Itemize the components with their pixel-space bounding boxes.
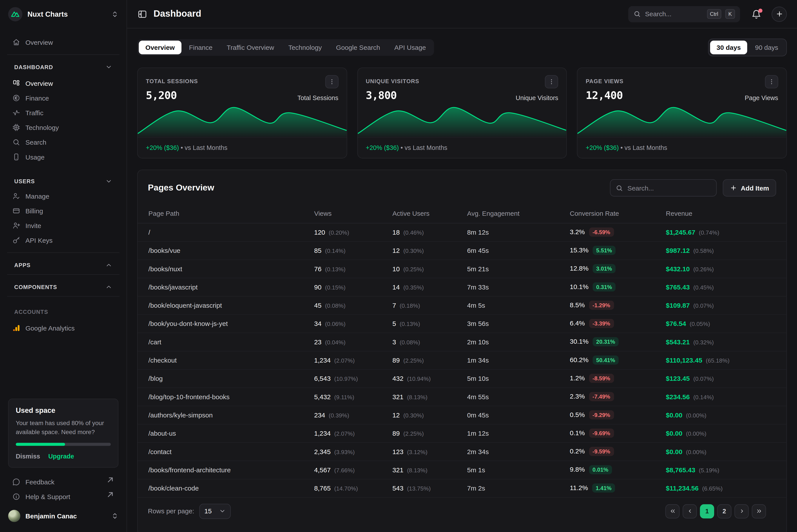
card-menu-button[interactable] bbox=[545, 75, 558, 88]
card-menu-button[interactable] bbox=[765, 75, 778, 88]
sidebar-item-feedback[interactable]: Feedback bbox=[6, 475, 121, 489]
upgrade-button[interactable]: Upgrade bbox=[48, 453, 74, 460]
chevron-up-icon bbox=[105, 262, 112, 269]
column-header-conversion-rate[interactable]: Conversion Rate bbox=[570, 205, 666, 223]
stat-card-footer: +20% ($36) • vs Last Months bbox=[578, 137, 786, 158]
stat-card-footer: +20% ($36) • vs Last Months bbox=[138, 137, 346, 158]
page-2-button[interactable]: 2 bbox=[717, 504, 731, 518]
table-row[interactable]: /contact 2,345(3.93%) 123(3.12%) 2m 34s … bbox=[138, 442, 786, 460]
stat-card-label: UNIQUE VISITORS bbox=[366, 78, 419, 84]
prev-page-button[interactable] bbox=[683, 504, 697, 518]
sidebar-bottom: Used space Your team has used 80% of you… bbox=[0, 399, 127, 532]
toolbar: OverviewFinanceTraffic OverviewTechnolog… bbox=[137, 39, 787, 56]
table-row[interactable]: /book/clean-code 8,765(14.70%) 543(13.75… bbox=[138, 479, 786, 497]
sidebar-item-overview[interactable]: Overview bbox=[6, 76, 121, 91]
notifications-button[interactable] bbox=[751, 9, 761, 19]
table-row[interactable]: /books/frontend-architecture 4,567(7.66%… bbox=[138, 461, 786, 479]
table-search[interactable] bbox=[610, 179, 717, 197]
conversion-delta-badge: -9.69% bbox=[589, 429, 614, 438]
badge-euro-icon bbox=[12, 94, 20, 102]
sidebar-item-api-keys[interactable]: API Keys bbox=[6, 233, 121, 247]
conversion-delta-badge: -3.39% bbox=[589, 319, 614, 328]
tab-technology[interactable]: Technology bbox=[282, 41, 328, 54]
app-root: Nuxt Charts OverviewDASHBOARDOverviewFin… bbox=[0, 0, 797, 532]
sidebar-item-traffic[interactable]: Traffic bbox=[6, 106, 121, 120]
avatar bbox=[8, 510, 20, 522]
rows-per-page-label: Rows per page: bbox=[148, 507, 194, 515]
tab-google-search[interactable]: Google Search bbox=[329, 41, 387, 54]
divider bbox=[7, 296, 119, 297]
column-header-views[interactable]: Views bbox=[314, 205, 392, 223]
used-space-progress bbox=[16, 443, 111, 446]
range-90-days[interactable]: 90 days bbox=[748, 41, 785, 54]
range-30-days[interactable]: 30 days bbox=[710, 41, 747, 54]
tab-api-usage[interactable]: API Usage bbox=[388, 41, 433, 54]
table-row[interactable]: /about-us 1,234(2.07%) 89(2.25%) 1m 12s … bbox=[138, 424, 786, 442]
sidebar-item-usage[interactable]: Usage bbox=[6, 150, 121, 164]
table-row[interactable]: /books/javascript 90(0.15%) 14(0.35%) 7m… bbox=[138, 278, 786, 296]
stat-card-page-views: PAGE VIEWS 12,400 Page Views +20% ($36) … bbox=[577, 68, 787, 158]
user-menu[interactable]: Benjamin Canac bbox=[4, 507, 123, 525]
table-row[interactable]: /cart 23(0.04%) 3(0.08%) 2m 10s 30.1%20.… bbox=[138, 333, 786, 351]
sidebar-item-billing[interactable]: Billing bbox=[6, 204, 121, 218]
user-check-icon bbox=[12, 192, 20, 200]
sidebar-item-manage[interactable]: Manage bbox=[6, 189, 121, 203]
external-link-icon bbox=[106, 491, 114, 499]
sidebar: Nuxt Charts OverviewDASHBOARDOverviewFin… bbox=[0, 0, 127, 532]
section-header-apps[interactable]: APPS bbox=[8, 258, 119, 272]
ellipsis-vertical-icon bbox=[768, 78, 775, 85]
sidebar-item-overview[interactable]: Overview bbox=[6, 35, 121, 50]
table-search-input[interactable] bbox=[628, 184, 711, 192]
tab-finance[interactable]: Finance bbox=[182, 41, 219, 54]
column-header-active-users[interactable]: Active Users bbox=[392, 205, 467, 223]
sidebar-item-invite[interactable]: Invite bbox=[6, 218, 121, 233]
conversion-delta-badge: 1.41% bbox=[592, 483, 615, 493]
column-header-page-path[interactable]: Page Path bbox=[138, 205, 314, 223]
stat-card-value: 3,800 bbox=[366, 89, 397, 101]
rows-per-page-select[interactable]: 15 bbox=[199, 504, 231, 519]
add-button[interactable] bbox=[772, 6, 787, 21]
table-row[interactable]: /books/vue 85(0.14%) 12(0.30%) 6m 45s 15… bbox=[138, 241, 786, 260]
table-row[interactable]: /blog/top-10-frontend-books 5,432(9.11%)… bbox=[138, 387, 786, 405]
first-page-button[interactable] bbox=[665, 504, 680, 518]
section-header-accounts: ACCOUNTS bbox=[8, 305, 119, 319]
divider bbox=[7, 252, 119, 253]
used-space-title: Used space bbox=[16, 406, 111, 414]
dismiss-button[interactable]: Dismiss bbox=[16, 453, 40, 460]
section-header-components[interactable]: COMPONENTS bbox=[8, 280, 119, 294]
section-header-users[interactable]: USERS bbox=[8, 174, 119, 189]
add-item-button[interactable]: Add Item bbox=[723, 179, 776, 197]
stat-card-unique-visitors: UNIQUE VISITORS 3,800 Unique Visitors +2… bbox=[357, 68, 567, 158]
stat-card-series-label: Total Sessions bbox=[297, 94, 339, 101]
cpu-icon bbox=[12, 124, 20, 131]
global-search-input[interactable] bbox=[645, 10, 703, 18]
sidebar-item-help-support[interactable]: Help & Support bbox=[6, 490, 121, 504]
collapse-sidebar-icon[interactable] bbox=[137, 9, 147, 19]
last-page-button[interactable] bbox=[752, 504, 766, 518]
activity-icon bbox=[12, 109, 20, 117]
divider bbox=[7, 274, 119, 274]
table-row[interactable]: /book/you-dont-know-js-yet 34(0.06%) 5(0… bbox=[138, 314, 786, 332]
sidebar-item-technology[interactable]: Technology bbox=[6, 120, 121, 135]
column-header-avg-engagement[interactable]: Avg. Engagement bbox=[467, 205, 569, 223]
table-row[interactable]: /books/nuxt 76(0.13%) 10(0.25%) 5m 21s 1… bbox=[138, 260, 786, 278]
tab-overview[interactable]: Overview bbox=[139, 41, 181, 54]
column-header-revenue[interactable]: Revenue bbox=[666, 205, 786, 223]
table-row[interactable]: /book/eloquent-javascript 45(0.08%) 7(0.… bbox=[138, 296, 786, 314]
section-header-dashboard[interactable]: DASHBOARD bbox=[8, 60, 119, 74]
card-menu-button[interactable] bbox=[325, 75, 338, 88]
workspace-switcher[interactable]: Nuxt Charts bbox=[0, 0, 127, 28]
page-title: Dashboard bbox=[153, 8, 622, 19]
global-search[interactable]: Ctrl K bbox=[628, 6, 740, 22]
sidebar-item-google-analytics[interactable]: Google Analytics bbox=[6, 321, 121, 335]
sidebar-item-search[interactable]: Search bbox=[6, 135, 121, 149]
next-page-button[interactable] bbox=[735, 504, 749, 518]
page-1-button[interactable]: 1 bbox=[700, 504, 714, 518]
table-row[interactable]: /blog 6,543(10.97%) 432(10.94%) 5m 10s 1… bbox=[138, 369, 786, 387]
table-row[interactable]: /checkout 1,234(2.07%) 89(2.25%) 1m 34s … bbox=[138, 351, 786, 369]
sidebar-item-finance[interactable]: Finance bbox=[6, 91, 121, 105]
table-row[interactable]: / 120(0.20%) 18(0.46%) 8m 12s 3.2%-6.59%… bbox=[138, 223, 786, 241]
table-row[interactable]: /authors/kyle-simpson 234(0.39%) 12(0.30… bbox=[138, 406, 786, 424]
conversion-delta-badge: 0.01% bbox=[589, 465, 612, 474]
tab-traffic-overview[interactable]: Traffic Overview bbox=[220, 41, 281, 54]
